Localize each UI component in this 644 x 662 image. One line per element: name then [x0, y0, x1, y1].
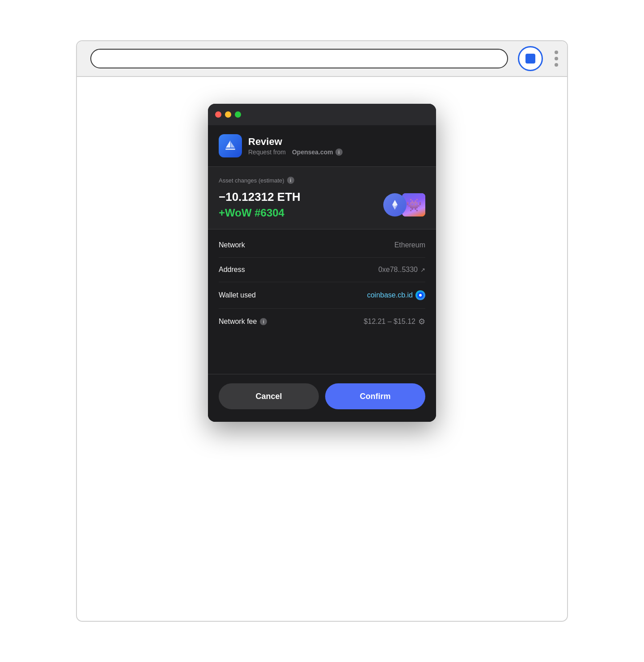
- browser-titlebar: [77, 41, 567, 77]
- browser-content: Review Request from Opensea.com i Asset …: [77, 77, 567, 621]
- network-row: Network Ethereum: [219, 233, 425, 258]
- nft-amount: +WoW #6304: [219, 207, 301, 219]
- address-label: Address: [219, 266, 245, 274]
- asset-row: −10.12312 ETH +WoW #6304: [219, 190, 425, 219]
- close-button[interactable]: [215, 111, 221, 118]
- wallet-value: coinbase.cb.id: [367, 290, 425, 300]
- record-icon: [525, 54, 535, 64]
- fee-info-icon[interactable]: i: [260, 318, 267, 325]
- popup-header: Review Request from Opensea.com i: [208, 125, 436, 167]
- fee-settings-icon[interactable]: ⚙: [418, 317, 425, 327]
- external-link-icon[interactable]: ↗: [420, 267, 425, 273]
- browser-controls: [555, 51, 558, 67]
- cancel-button[interactable]: Cancel: [219, 383, 319, 409]
- details-section: Network Ethereum Address 0xe78..5330 ↗ W…: [208, 229, 436, 338]
- confirm-button[interactable]: Confirm: [325, 383, 425, 409]
- svg-point-5: [419, 294, 422, 297]
- ethereum-diamond-icon: [389, 199, 401, 211]
- minimize-button[interactable]: [225, 111, 231, 118]
- empty-space: [208, 338, 436, 374]
- eth-amount: −10.12312 ETH: [219, 190, 301, 204]
- wallet-avatar: [415, 290, 425, 300]
- fee-value: $12.21 – $15.12 ⚙: [364, 317, 425, 327]
- app-icon: [219, 134, 242, 157]
- browser-frame: Review Request from Opensea.com i Asset …: [76, 40, 568, 622]
- eth-icon: [383, 193, 407, 216]
- header-text: Review Request from Opensea.com i: [248, 136, 343, 156]
- maximize-button[interactable]: [235, 111, 241, 118]
- review-title: Review: [248, 136, 343, 148]
- popup-footer: Cancel Confirm: [208, 374, 436, 422]
- address-row: Address 0xe78..5330 ↗: [219, 258, 425, 282]
- request-source: Opensea.com: [292, 149, 333, 156]
- popup-titlebar: [208, 104, 436, 125]
- asset-amounts: −10.12312 ETH +WoW #6304: [219, 190, 301, 219]
- request-from-label: Request from: [248, 149, 286, 156]
- network-value: Ethereum: [394, 241, 425, 249]
- control-dot-2: [555, 57, 558, 60]
- fee-label: Network fee i: [219, 318, 267, 326]
- asset-icons: [383, 193, 425, 216]
- address-bar[interactable]: [90, 49, 508, 68]
- asset-info-icon[interactable]: i: [287, 177, 294, 184]
- wallet-row: Wallet used coinbase.cb.id: [219, 282, 425, 309]
- info-icon[interactable]: i: [335, 149, 343, 156]
- fee-row: Network fee i $12.21 – $15.12 ⚙: [219, 309, 425, 335]
- record-button[interactable]: [518, 46, 543, 71]
- wallet-label: Wallet used: [219, 291, 256, 299]
- address-value: 0xe78..5330 ↗: [378, 266, 425, 274]
- control-dot-3: [555, 63, 558, 67]
- opensea-icon: [223, 139, 237, 153]
- coinbase-icon: [417, 292, 424, 298]
- svg-rect-0: [225, 149, 235, 150]
- network-label: Network: [219, 241, 245, 249]
- request-subtitle: Request from Opensea.com i: [248, 149, 343, 156]
- control-dot-1: [555, 51, 558, 54]
- asset-section: Asset changes (estimate) i −10.12312 ETH…: [208, 167, 436, 229]
- asset-label: Asset changes (estimate) i: [219, 177, 425, 184]
- wallet-popup: Review Request from Opensea.com i Asset …: [208, 104, 436, 422]
